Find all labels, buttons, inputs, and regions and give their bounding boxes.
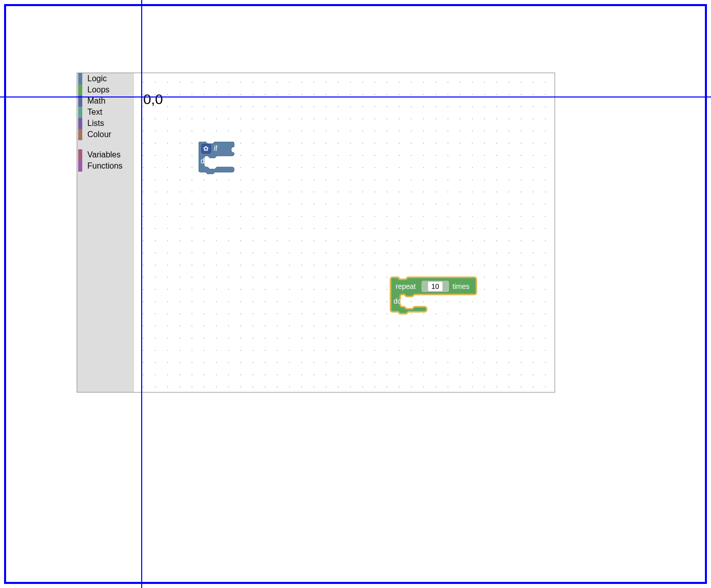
toolbox-item-label: Loops xyxy=(87,85,110,94)
repeat-do-label: do xyxy=(394,297,402,305)
toolbox-item-label: Colour xyxy=(87,130,111,139)
toolbox-separator xyxy=(77,140,134,149)
toolbox-swatch xyxy=(78,118,82,129)
repeat-count-input[interactable] xyxy=(428,281,443,291)
blockly-editor: LogicLoopsMathTextListsColour VariablesF… xyxy=(77,73,555,393)
toolbox-item-functions[interactable]: Functions xyxy=(77,160,134,172)
toolbox-swatch xyxy=(78,149,82,160)
toolbox-swatch xyxy=(78,160,82,172)
toolbox-swatch xyxy=(78,73,82,84)
repeat-block[interactable]: repeat times do xyxy=(390,276,478,316)
if-label: if xyxy=(214,144,217,152)
toolbox-item-lists[interactable]: Lists xyxy=(77,118,134,129)
toolbox-item-colour[interactable]: Colour xyxy=(77,129,134,140)
toolbox-item-label: Text xyxy=(87,108,102,117)
crosshair-vertical xyxy=(141,0,142,588)
toolbox-item-loops[interactable]: Loops xyxy=(77,84,134,95)
crosshair-horizontal xyxy=(0,96,711,97)
repeat-times-label: times xyxy=(453,282,469,290)
toolbox-swatch xyxy=(78,107,82,118)
gear-icon-glyph: ✿ xyxy=(203,145,209,152)
if-block[interactable]: ✿ if do xyxy=(199,142,240,174)
toolbox-item-label: Logic xyxy=(87,74,107,83)
toolbox-item-label: Lists xyxy=(87,119,104,128)
toolbox-item-label: Functions xyxy=(87,161,122,171)
workspace-canvas[interactable]: 0,0 ✿ if do repeat times do xyxy=(134,73,555,392)
toolbox-swatch xyxy=(78,129,82,140)
toolbox: LogicLoopsMathTextListsColour VariablesF… xyxy=(77,73,134,392)
toolbox-swatch xyxy=(78,84,82,95)
toolbox-item-text[interactable]: Text xyxy=(77,107,134,118)
toolbox-item-label: Variables xyxy=(87,150,121,159)
toolbox-item-variables[interactable]: Variables xyxy=(77,149,134,160)
toolbox-item-logic[interactable]: Logic xyxy=(77,73,134,84)
if-do-label: do xyxy=(201,157,209,165)
repeat-label: repeat xyxy=(396,282,416,290)
origin-coordinate-label: 0,0 xyxy=(143,91,163,108)
toolbox-item-label: Math xyxy=(87,96,106,106)
